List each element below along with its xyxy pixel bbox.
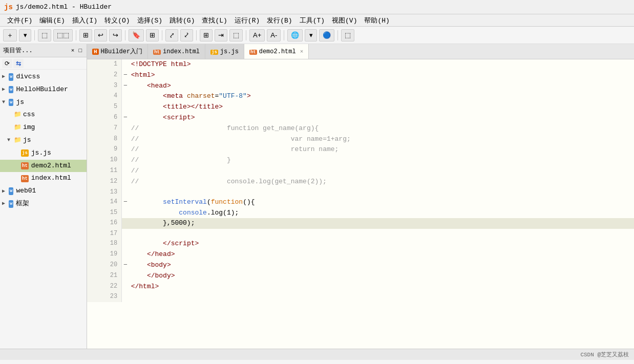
code-row-12: 12// console.log(get_name(2)); [87, 177, 634, 187]
tab-label-demo2-html: demo2.html [259, 48, 296, 55]
menu-item[interactable]: 视图(V) [329, 15, 360, 26]
project-btn[interactable]: ⊞ [79, 29, 92, 41]
code-content-19[interactable]: </head> [129, 249, 634, 260]
dropdown-button[interactable]: ▾ [19, 29, 31, 41]
tab-js-js[interactable]: jsjs.js [205, 44, 244, 59]
sidebar-title: 项目管... [3, 46, 33, 55]
fold-indicator-14[interactable]: − [122, 197, 129, 208]
menu-item[interactable]: 转义(O) [101, 15, 133, 26]
open-btn[interactable]: ⤤ [165, 29, 178, 41]
code-content-2[interactable]: <html> [129, 70, 634, 81]
title-text: js/demo2.html - HBuilder [16, 3, 112, 11]
fold-indicator-3[interactable]: − [122, 81, 129, 92]
tree-item-js[interactable]: ▼📁js [0, 134, 87, 147]
code-content-22[interactable]: </html> [129, 282, 634, 292]
preview-btn[interactable]: 🔵 [319, 29, 334, 41]
tab-hbuilder-intro[interactable]: HHBuilder入门 [87, 44, 148, 59]
code-content-18[interactable]: </script> [129, 239, 634, 249]
fold-indicator-8 [122, 134, 129, 145]
code-content-8[interactable]: // var name=1+arg; [129, 134, 634, 145]
tree-item-css[interactable]: 📁css [0, 109, 87, 121]
menu-item[interactable]: 运行(R) [231, 15, 263, 26]
tree-item-js-js[interactable]: jsjs.js [0, 147, 87, 160]
add-button[interactable]: ＋ [3, 29, 17, 41]
status-bar: CSDN @芝芝又荔枝 [0, 349, 634, 360]
code-content-3[interactable]: <head> [129, 81, 634, 92]
anchor-btn[interactable]: ⊞ [200, 29, 213, 41]
tab-bar: HHBuilder入门htindex.htmljsjs.jshtdemo2.ht… [87, 44, 634, 59]
bookmark-nav[interactable]: ⊞ [146, 29, 159, 41]
browser-btn[interactable]: 🌐 [287, 29, 303, 41]
code-content-16[interactable]: },5000); [129, 218, 634, 229]
code-content-15[interactable]: console.log(1); [129, 208, 634, 219]
font-decrease[interactable]: A- [267, 29, 281, 41]
save-button[interactable]: ⬚ [38, 29, 51, 41]
code-row-15: 15 console.log(1); [87, 208, 634, 219]
fold-indicator-18 [122, 239, 129, 249]
tab-label-index-html: index.html [163, 48, 200, 55]
code-content-6[interactable]: <script> [129, 113, 634, 123]
line-number-16: 16 [87, 218, 122, 229]
redo-button[interactable]: ↪ [109, 29, 122, 41]
menu-item[interactable]: 查找(L) [199, 15, 230, 26]
tree-item-demo2-html[interactable]: htdemo2.html [0, 160, 87, 173]
bookmark-button[interactable]: 🔖 [129, 29, 144, 41]
tree-item-index-html[interactable]: htindex.html [0, 172, 87, 185]
nav-btn[interactable]: ⇥ [215, 29, 227, 41]
sidebar: 项目管... × □ ⟳ ⇆ ▶wdivcss▶wHelloHBuilder▼w… [0, 44, 87, 349]
fold-indicator-6[interactable]: − [122, 113, 129, 123]
code-content-10[interactable]: // } [129, 155, 634, 166]
maximize-icon[interactable]: □ [77, 47, 83, 54]
menu-item[interactable]: 发行(B) [264, 15, 295, 26]
diff-btn[interactable]: ⬚ [229, 29, 243, 41]
save-all-button[interactable]: ⬚⬚ [53, 29, 73, 41]
code-content-4[interactable]: <meta charset="UTF-8"> [129, 91, 634, 102]
fold-indicator-19 [122, 249, 129, 260]
code-content-12[interactable]: // console.log(get_name(2)); [129, 177, 634, 187]
main-area: 项目管... × □ ⟳ ⇆ ▶wdivcss▶wHelloHBuilder▼w… [0, 44, 634, 349]
tree-item-js[interactable]: ▼wjs [0, 96, 87, 109]
menu-item[interactable]: 编辑(E) [36, 15, 68, 26]
code-editor[interactable]: 1<!DOCTYPE html>2−<html>3− <head>4 <meta… [87, 59, 634, 349]
tree-item-HelloHBuilder[interactable]: ▶wHelloHBuilder [0, 83, 87, 96]
code-content-23[interactable] [129, 292, 634, 302]
w-icon: w [9, 86, 13, 93]
tree-item-divcss[interactable]: ▶wdivcss [0, 71, 87, 83]
minimize-icon[interactable]: × [70, 47, 76, 54]
code-content-17[interactable] [129, 229, 634, 239]
fold-indicator-2[interactable]: − [122, 70, 129, 81]
toolbar: ＋ ▾ ⬚ ⬚⬚ ⊞ ↩ ↪ 🔖 ⊞ ⤤ ⤦ ⊞ ⇥ ⬚ A+ A- 🌐 ▾ 🔵… [0, 27, 634, 44]
tree-item-img[interactable]: 📁img [0, 121, 87, 134]
code-content-9[interactable]: // return name; [129, 144, 634, 155]
fold-indicator-20[interactable]: − [122, 260, 129, 271]
menu-item[interactable]: 插入(I) [69, 15, 100, 26]
close-btn[interactable]: ⤦ [180, 29, 193, 41]
sidebar-sync-btn[interactable]: ⟳ [2, 59, 12, 68]
menu-item[interactable]: 选择(S) [134, 15, 165, 26]
undo-button[interactable]: ↩ [94, 29, 107, 41]
code-content-20[interactable]: <body> [129, 260, 634, 271]
code-content-14[interactable]: setInterval(function(){ [129, 197, 634, 208]
title-bar: js js/demo2.html - HBuilder [0, 0, 634, 14]
fold-indicator-15 [122, 208, 129, 219]
menu-item[interactable]: 文件(F) [4, 15, 35, 26]
code-content-7[interactable]: // function get_name(arg){ [129, 123, 634, 134]
browser-dropdown[interactable]: ▾ [305, 29, 317, 41]
tab-index-html[interactable]: htindex.html [148, 44, 205, 59]
tree-item-框架[interactable]: ▶w框架 [0, 198, 87, 210]
code-content-1[interactable]: <!DOCTYPE html> [129, 59, 634, 70]
code-content-11[interactable]: // [129, 166, 634, 177]
code-content-13[interactable] [129, 187, 634, 197]
menu-item[interactable]: 工具(T) [297, 15, 328, 26]
menu-item[interactable]: 跳转(G) [166, 15, 198, 26]
font-increase[interactable]: A+ [249, 29, 265, 41]
tree-item-web01[interactable]: ▶wweb01 [0, 185, 87, 198]
code-content-21[interactable]: </body> [129, 271, 634, 282]
extra-btn[interactable]: ⬚ [341, 29, 354, 41]
tab-demo2-html[interactable]: htdemo2.html× [244, 44, 309, 59]
menu-item[interactable]: 帮助(H) [361, 15, 392, 26]
sidebar-link-btn[interactable]: ⇆ [13, 59, 24, 68]
line-number-8: 8 [87, 134, 122, 145]
code-content-5[interactable]: <title></title> [129, 102, 634, 113]
tab-close-demo2-html[interactable]: × [300, 49, 304, 55]
